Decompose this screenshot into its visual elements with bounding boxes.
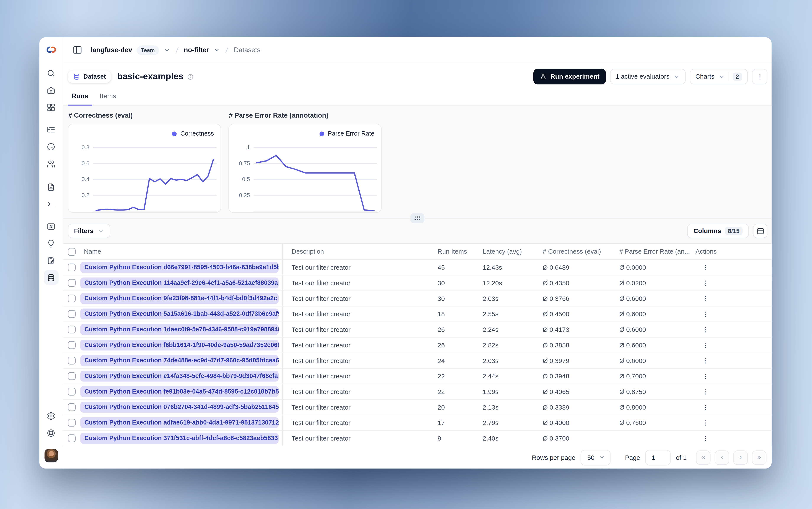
table-row[interactable]: Custom Python Execution fe91b83e-04a5-47… [63,384,772,400]
table-row[interactable]: Custom Python Execution 1daec0f9-5e78-43… [63,322,772,338]
row-checkbox[interactable] [68,419,76,427]
run-name-link[interactable]: Custom Python Execution 076b2704-341d-48… [80,402,278,413]
breadcrumb-separator: / [174,45,180,54]
sidebar-item-settings[interactable] [44,408,58,423]
sidebar-item-tracing[interactable] [44,122,58,137]
sidebar-item-datasets[interactable] [44,270,58,285]
chart-card: 0.20.40.60.8 Correctness [68,124,221,213]
chevron-down-icon[interactable] [214,46,220,53]
row-actions-button[interactable] [699,385,711,398]
dataset-header: Dataset basic-examples Run experiment 1 … [63,63,772,84]
column-header-name[interactable]: Name [80,244,283,260]
table-row[interactable]: Custom Python Execution adfae619-abb0-4d… [63,415,772,431]
breadcrumb-project[interactable]: no-filter [184,46,209,54]
row-actions-button[interactable] [699,324,711,336]
run-name-link[interactable]: Custom Python Execution fe91b83e-04a5-47… [80,386,278,397]
run-description: Test our filter creator [283,419,434,426]
previous-page-button[interactable]: ‹ [715,450,729,465]
row-actions-button[interactable] [699,339,711,351]
row-checkbox[interactable] [68,372,76,380]
table-row[interactable]: Custom Python Execution 114aa9ef-29e6-4e… [63,275,772,291]
panel-left-toggle-icon[interactable] [73,45,82,55]
run-name-link[interactable]: Custom Python Execution d66e7991-8595-45… [80,262,278,273]
next-page-button[interactable]: › [733,450,748,465]
info-icon[interactable] [187,73,194,80]
rows-per-page-select[interactable]: 50 [581,450,611,465]
row-checkbox[interactable] [68,403,76,411]
row-checkbox[interactable] [68,310,76,318]
row-checkbox[interactable] [68,279,76,287]
column-header-description[interactable]: Description [283,248,434,255]
row-height-button[interactable] [753,224,767,238]
sidebar-item-evaluation[interactable] [44,219,58,234]
table-row[interactable]: Custom Python Execution 9fe23f98-881e-44… [63,291,772,306]
run-experiment-button[interactable]: Run experiment [533,69,606,84]
row-actions-button[interactable] [699,432,711,444]
row-actions-button[interactable] [699,416,711,429]
column-header-correctness[interactable]: # Correctness (eval) [539,248,616,255]
run-name-link[interactable]: Custom Python Execution 1daec0f9-5e78-43… [80,324,278,335]
column-header-run-items[interactable]: Run Items [434,248,479,255]
page-number-input[interactable] [645,450,671,465]
run-latency: 2.03s [479,295,539,302]
run-name-link[interactable]: Custom Python Execution adfae619-abb0-4d… [80,417,278,428]
run-name-link[interactable]: Custom Python Execution 9fe23f98-881e-44… [80,293,278,304]
row-checkbox[interactable] [68,264,76,271]
column-header-latency[interactable]: Latency (avg) [479,248,539,255]
chevron-down-icon[interactable] [164,46,170,53]
table-row[interactable]: Custom Python Execution e14fa348-5cfc-49… [63,369,772,384]
row-actions-button[interactable] [699,354,711,367]
table-row[interactable]: Custom Python Execution d66e7991-8595-45… [63,260,772,275]
breadcrumb-org[interactable]: langfuse-dev [91,46,132,54]
table-row[interactable]: Custom Python Execution 5a15a616-1bab-44… [63,306,772,322]
table-row[interactable]: Custom Python Execution f6bb1614-1f90-40… [63,337,772,353]
row-actions-button[interactable] [699,308,711,320]
run-name-link[interactable]: Custom Python Execution 74de488e-ec9d-47… [80,355,278,366]
run-name-link[interactable]: Custom Python Execution e14fa348-5cfc-49… [80,371,278,381]
tab-items[interactable]: Items [96,91,120,105]
user-avatar[interactable] [44,449,58,462]
drag-handle[interactable] [410,213,425,223]
run-name-link[interactable]: Custom Python Execution 371f531c-abff-4d… [80,433,278,444]
sidebar-item-home[interactable] [44,83,58,97]
row-actions-button[interactable] [699,261,711,274]
columns-button[interactable]: Columns 8/15 [687,224,749,238]
row-actions-button[interactable] [699,370,711,382]
charts-button[interactable]: Charts 2 [689,69,748,84]
sidebar-item-users[interactable] [44,157,58,171]
sidebar-item-insights[interactable] [44,236,58,250]
first-page-button[interactable]: « [696,450,711,465]
sidebar-item-search[interactable] [44,66,58,80]
row-checkbox[interactable] [68,357,76,365]
run-name-link[interactable]: Custom Python Execution 5a15a616-1bab-44… [80,309,278,319]
legend-label: Parse Error Rate [328,130,374,137]
sidebar-item-prompts[interactable] [44,179,58,194]
column-header-parse-error[interactable]: # Parse Error Rate (an... [616,248,692,255]
row-checkbox[interactable] [68,326,76,333]
table-row[interactable]: Custom Python Execution 371f531c-abff-4d… [63,431,772,446]
sidebar-item-support[interactable] [44,426,58,440]
table-row[interactable]: Custom Python Execution 076b2704-341d-48… [63,400,772,415]
sidebar-item-playground[interactable] [44,197,58,211]
filters-button[interactable]: Filters [68,224,110,238]
row-checkbox[interactable] [68,295,76,302]
row-checkbox[interactable] [68,388,76,396]
sidebar-item-dashboards[interactable] [44,100,58,114]
active-evaluators-button[interactable]: 1 active evaluators [610,69,686,84]
last-page-button[interactable]: » [752,450,767,465]
row-checkbox[interactable] [68,434,76,442]
run-name-link[interactable]: Custom Python Execution 114aa9ef-29e6-4e… [80,277,278,288]
chart-card: 0.250.50.751 Parse Error Rate [228,124,382,213]
row-actions-button[interactable] [699,277,711,289]
sidebar-item-sessions[interactable] [44,139,58,154]
table-row[interactable]: Custom Python Execution 74de488e-ec9d-47… [63,353,772,369]
row-actions-button[interactable] [699,292,711,305]
run-name-link[interactable]: Custom Python Execution f6bb1614-1f90-40… [80,340,278,350]
sidebar-item-annotation[interactable] [44,253,58,268]
row-actions-button[interactable] [699,401,711,413]
more-actions-button[interactable] [752,69,768,84]
breadcrumb-section[interactable]: Datasets [234,46,261,54]
select-all-checkbox[interactable] [68,248,76,256]
tab-runs[interactable]: Runs [68,91,92,105]
row-checkbox[interactable] [68,341,76,349]
